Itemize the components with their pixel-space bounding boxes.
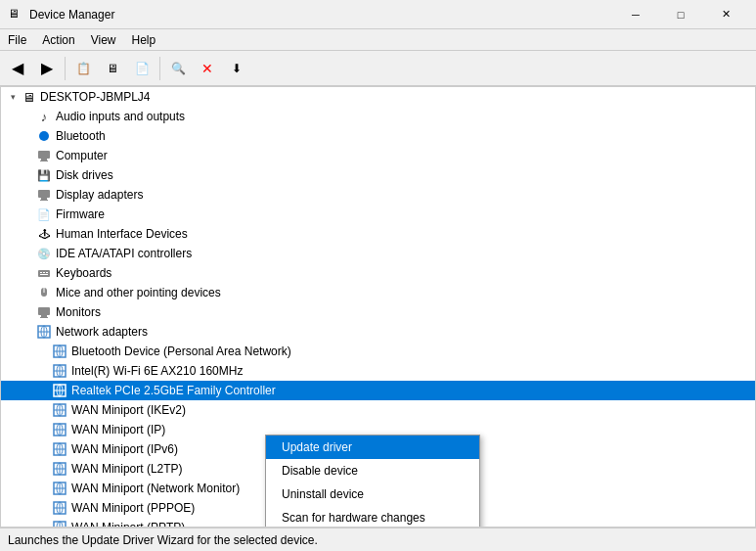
item-label: WAN Miniport (Network Monitor)	[71, 482, 240, 495]
svg-rect-10	[46, 272, 48, 273]
tree-view[interactable]: 🖥 DESKTOP-JBMPLJ4 ♪Audio inputs and outp…	[0, 86, 756, 528]
item-icon	[52, 500, 67, 516]
context-menu-item-1[interactable]: Disable device	[266, 459, 479, 482]
toolbar-scan[interactable]: 🖥	[99, 55, 126, 82]
tree-item[interactable]: 💾Disk drives	[1, 165, 755, 185]
item-icon: 📄	[36, 207, 52, 222]
item-icon	[36, 265, 52, 281]
tree-item[interactable]: Intel(R) Wi-Fi 6E AX210 160MHz	[1, 361, 755, 381]
minimize-button[interactable]: ─	[613, 0, 658, 29]
svg-rect-16	[40, 317, 48, 318]
toolbar-update[interactable]: 📄	[128, 55, 156, 82]
svg-rect-1	[38, 151, 50, 159]
tree-item[interactable]: Computer	[1, 146, 755, 165]
tree-item[interactable]: Network adapters	[1, 322, 755, 342]
svg-rect-11	[40, 274, 48, 275]
item-icon	[52, 422, 67, 437]
toolbar-back[interactable]: ◀	[4, 55, 31, 82]
root-toggle[interactable]	[5, 89, 21, 105]
toolbar-add[interactable]: ⬇	[223, 55, 250, 82]
root-label: DESKTOP-JBMPLJ4	[40, 90, 150, 104]
menu-action[interactable]: Action	[34, 31, 82, 48]
item-label: Disk drives	[56, 168, 113, 182]
item-icon	[36, 187, 52, 203]
tree-item[interactable]: WAN Miniport (IKEv2)	[1, 400, 755, 420]
item-icon	[52, 461, 67, 477]
item-label: WAN Miniport (IPv6)	[71, 442, 178, 456]
item-label: Firmware	[56, 207, 105, 221]
context-menu-item-0[interactable]: Update driver	[266, 436, 479, 459]
svg-rect-14	[38, 307, 50, 315]
context-menu-item-3[interactable]: Scan for hardware changes	[266, 506, 479, 528]
toolbar-forward[interactable]: ▶	[33, 55, 61, 82]
item-icon	[52, 383, 67, 398]
context-menu-item-2[interactable]: Uninstall device	[266, 482, 479, 506]
item-label: Intel(R) Wi-Fi 6E AX210 160MHz	[71, 364, 243, 378]
svg-rect-3	[40, 161, 48, 161]
toolbar-sep-1	[65, 57, 66, 80]
item-label: Bluetooth Device (Personal Area Network)	[71, 344, 291, 358]
item-icon: ♪	[36, 109, 52, 124]
tree-item[interactable]: 📄Firmware	[1, 205, 755, 224]
toolbar-sep-2	[159, 57, 160, 80]
item-icon	[36, 304, 52, 320]
item-icon	[52, 520, 67, 528]
item-label: Keyboards	[56, 266, 111, 280]
status-bar: Launches the Update Driver Wizard for th…	[0, 528, 756, 551]
menu-file[interactable]: File	[0, 31, 34, 48]
svg-rect-2	[41, 159, 47, 161]
svg-rect-7	[38, 270, 50, 277]
tree-item[interactable]: Mice and other pointing devices	[1, 283, 755, 302]
maximize-button[interactable]: □	[658, 0, 703, 29]
svg-rect-5	[41, 198, 47, 200]
tree-item[interactable]: Realtek PCIe 2.5GbE Family Controller	[1, 381, 755, 400]
main-area: 🖥 DESKTOP-JBMPLJ4 ♪Audio inputs and outp…	[0, 86, 756, 528]
toolbar-uninstall[interactable]: 🔍	[164, 55, 192, 82]
svg-rect-9	[43, 272, 45, 273]
svg-rect-8	[40, 272, 42, 273]
item-icon: 💿	[36, 246, 52, 261]
tree-item[interactable]: Bluetooth Device (Personal Area Network)	[1, 342, 755, 361]
item-icon	[52, 402, 67, 418]
item-icon	[52, 481, 67, 496]
status-text: Launches the Update Driver Wizard for th…	[8, 533, 318, 547]
item-label: Mice and other pointing devices	[56, 286, 221, 299]
tree-item[interactable]: Display adapters	[1, 185, 755, 205]
menu-view[interactable]: View	[83, 31, 124, 48]
tree-item[interactable]: Bluetooth	[1, 126, 755, 146]
item-icon: 💾	[36, 167, 52, 183]
tree-item[interactable]: Monitors	[1, 302, 755, 322]
menu-help[interactable]: Help	[124, 31, 164, 48]
toolbar: ◀ ▶ 📋 🖥 📄 🔍 ✕ ⬇	[0, 51, 756, 86]
title-bar-title: Device Manager	[29, 8, 114, 22]
item-label: Monitors	[56, 305, 101, 319]
item-label: Audio inputs and outputs	[56, 110, 185, 123]
svg-point-0	[39, 131, 49, 141]
item-label: WAN Miniport (PPPOE)	[71, 501, 195, 515]
tree-item[interactable]: ♪Audio inputs and outputs	[1, 107, 755, 126]
menu-bar: File Action View Help	[0, 29, 756, 51]
item-label: Human Interface Devices	[56, 227, 188, 241]
item-label: Computer	[56, 149, 108, 162]
toolbar-properties[interactable]: 📋	[69, 55, 97, 82]
item-label: WAN Miniport (L2TP)	[71, 462, 183, 476]
item-label: Network adapters	[56, 325, 148, 339]
item-label: Display adapters	[56, 188, 143, 202]
item-label: IDE ATA/ATAPI controllers	[56, 247, 192, 260]
item-icon	[52, 344, 67, 359]
svg-rect-4	[38, 190, 50, 198]
close-button[interactable]: ✕	[703, 0, 748, 29]
tree-root[interactable]: 🖥 DESKTOP-JBMPLJ4	[1, 87, 755, 107]
item-icon	[36, 285, 52, 300]
root-icon: 🖥	[21, 89, 36, 105]
svg-rect-15	[41, 315, 47, 317]
title-bar-controls: ─ □ ✕	[613, 0, 748, 29]
item-label: WAN Miniport (PPTP)	[71, 521, 185, 528]
svg-rect-6	[40, 200, 48, 201]
tree-item[interactable]: 💿IDE ATA/ATAPI controllers	[1, 244, 755, 263]
tree-item[interactable]: Keyboards	[1, 263, 755, 283]
title-bar: 🖥 Device Manager ─ □ ✕	[0, 0, 756, 29]
toolbar-disable[interactable]: ✕	[194, 55, 221, 82]
tree-item[interactable]: 🕹Human Interface Devices	[1, 224, 755, 244]
item-label: Realtek PCIe 2.5GbE Family Controller	[71, 384, 276, 397]
